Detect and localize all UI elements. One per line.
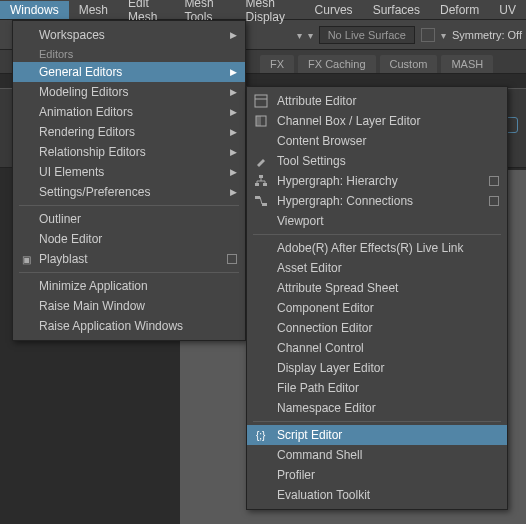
menu-script-editor[interactable]: {;}Script Editor	[247, 425, 507, 445]
menu-minimize-application[interactable]: Minimize Application	[13, 276, 245, 296]
playblast-icon: ▣	[19, 254, 33, 265]
menu-label: Tool Settings	[277, 154, 346, 168]
menu-label: Channel Box / Layer Editor	[277, 114, 420, 128]
menu-label: General Editors	[39, 65, 122, 79]
menu-label: Profiler	[277, 468, 315, 482]
menu-ui-elements[interactable]: UI Elements▶	[13, 162, 245, 182]
menu-label: Script Editor	[277, 428, 342, 442]
menu-modeling-editors[interactable]: Modeling Editors▶	[13, 82, 245, 102]
dropdown-icon[interactable]	[308, 28, 313, 42]
menu-label: Attribute Spread Sheet	[277, 281, 398, 295]
symmetry-label[interactable]: Symmetry: Off	[452, 29, 522, 41]
tool-settings-icon	[253, 153, 269, 169]
menu-playblast[interactable]: ▣Playblast	[13, 249, 245, 269]
menu-label: Adobe(R) After Effects(R) Live Link	[277, 241, 464, 255]
submenu-arrow-icon: ▶	[230, 107, 237, 117]
menu-command-shell[interactable]: Command Shell	[247, 445, 507, 465]
menu-workspaces[interactable]: Workspaces▶	[13, 25, 245, 45]
menu-connection-editor[interactable]: Connection Editor	[247, 318, 507, 338]
menu-attribute-spreadsheet[interactable]: Attribute Spread Sheet	[247, 278, 507, 298]
menu-hypergraph-hierarchy[interactable]: Hypergraph: Hierarchy	[247, 171, 507, 191]
magnet-icon[interactable]	[421, 28, 435, 42]
submenu-arrow-icon: ▶	[230, 30, 237, 40]
submenu-arrow-icon: ▶	[230, 167, 237, 177]
menu-viewport[interactable]: Viewport	[247, 211, 507, 231]
menu-settings-preferences[interactable]: Settings/Preferences▶	[13, 182, 245, 202]
menu-windows[interactable]: Windows	[0, 1, 69, 19]
menu-display-layer-editor[interactable]: Display Layer Editor	[247, 358, 507, 378]
submenu-arrow-icon: ▶	[230, 127, 237, 137]
menu-hypergraph-connections[interactable]: Hypergraph: Connections	[247, 191, 507, 211]
svg-rect-3	[256, 116, 261, 126]
tab-fx[interactable]: FX	[260, 55, 294, 73]
channel-box-icon	[253, 113, 269, 129]
menu-raise-application-windows[interactable]: Raise Application Windows	[13, 316, 245, 336]
menu-separator	[253, 421, 501, 422]
menu-label: Attribute Editor	[277, 94, 356, 108]
menu-label: Rendering Editors	[39, 125, 135, 139]
menu-label: Workspaces	[39, 28, 105, 42]
menu-general-editors[interactable]: General Editors▶	[13, 62, 245, 82]
menu-label: Relationship Editors	[39, 145, 146, 159]
menu-channel-control[interactable]: Channel Control	[247, 338, 507, 358]
menu-evaluation-toolkit[interactable]: Evaluation Toolkit	[247, 485, 507, 505]
menu-label: Hypergraph: Hierarchy	[277, 174, 398, 188]
option-box-icon[interactable]	[227, 254, 237, 264]
menu-label: Raise Application Windows	[39, 319, 183, 333]
menu-label: Content Browser	[277, 134, 366, 148]
dropdown-icon[interactable]	[297, 28, 302, 42]
menu-label: Evaluation Toolkit	[277, 488, 370, 502]
tab-fx-caching[interactable]: FX Caching	[298, 55, 375, 73]
menu-label: File Path Editor	[277, 381, 359, 395]
svg-rect-4	[259, 175, 263, 178]
menu-rendering-editors[interactable]: Rendering Editors▶	[13, 122, 245, 142]
svg-rect-0	[255, 95, 267, 107]
menu-deform[interactable]: Deform	[430, 1, 489, 19]
tab-mash[interactable]: MASH	[441, 55, 493, 73]
menu-node-editor[interactable]: Node Editor	[13, 229, 245, 249]
menu-uv[interactable]: UV	[489, 1, 526, 19]
menu-curves[interactable]: Curves	[305, 1, 363, 19]
live-surface-field[interactable]: No Live Surface	[319, 26, 415, 44]
tab-custom[interactable]: Custom	[380, 55, 438, 73]
menu-attribute-editor[interactable]: Attribute Editor	[247, 91, 507, 111]
attribute-editor-icon	[253, 93, 269, 109]
menu-surfaces[interactable]: Surfaces	[363, 1, 430, 19]
submenu-arrow-icon: ▶	[230, 187, 237, 197]
menu-label: Connection Editor	[277, 321, 372, 335]
option-box-icon[interactable]	[489, 196, 499, 206]
menu-namespace-editor[interactable]: Namespace Editor	[247, 398, 507, 418]
menu-asset-editor[interactable]: Asset Editor	[247, 258, 507, 278]
menu-label: Modeling Editors	[39, 85, 128, 99]
windows-menu: Workspaces▶ Editors General Editors▶ Mod…	[12, 20, 246, 341]
menu-separator	[19, 272, 239, 273]
menu-label: Outliner	[39, 212, 81, 226]
menu-label: Settings/Preferences	[39, 185, 150, 199]
menu-label: Hypergraph: Connections	[277, 194, 413, 208]
svg-rect-8	[262, 203, 267, 206]
menu-outliner[interactable]: Outliner	[13, 209, 245, 229]
menubar: Windows Mesh Edit Mesh Mesh Tools Mesh D…	[0, 0, 526, 20]
menu-tool-settings[interactable]: Tool Settings	[247, 151, 507, 171]
menu-ae-live-link[interactable]: Adobe(R) After Effects(R) Live Link	[247, 238, 507, 258]
option-box-icon[interactable]	[489, 176, 499, 186]
submenu-arrow-icon: ▶	[230, 147, 237, 157]
menu-label: Raise Main Window	[39, 299, 145, 313]
svg-rect-7	[255, 196, 260, 199]
menu-component-editor[interactable]: Component Editor	[247, 298, 507, 318]
menu-profiler[interactable]: Profiler	[247, 465, 507, 485]
menu-file-path-editor[interactable]: File Path Editor	[247, 378, 507, 398]
menu-raise-main-window[interactable]: Raise Main Window	[13, 296, 245, 316]
dropdown-icon[interactable]	[441, 28, 446, 42]
script-editor-icon: {;}	[253, 427, 269, 443]
menu-relationship-editors[interactable]: Relationship Editors▶	[13, 142, 245, 162]
menu-animation-editors[interactable]: Animation Editors▶	[13, 102, 245, 122]
menu-content-browser[interactable]: Content Browser	[247, 131, 507, 151]
menu-label: Display Layer Editor	[277, 361, 384, 375]
hypergraph-connections-icon	[253, 193, 269, 209]
submenu-arrow-icon: ▶	[230, 87, 237, 97]
menu-channel-box[interactable]: Channel Box / Layer Editor	[247, 111, 507, 131]
menu-mesh[interactable]: Mesh	[69, 1, 118, 19]
general-editors-submenu: Attribute Editor Channel Box / Layer Edi…	[246, 86, 508, 510]
menu-label: Viewport	[277, 214, 323, 228]
